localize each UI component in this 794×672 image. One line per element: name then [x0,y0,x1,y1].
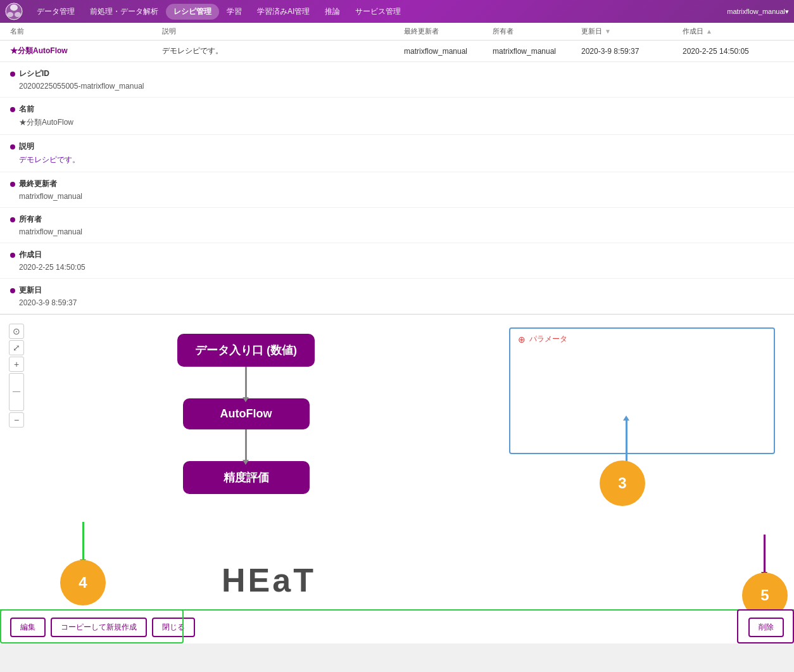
params-panel: ⊕ パラメータ [509,327,775,454]
detail-name: 名前 ★分類AutoFlow [0,98,794,135]
td-created-date: 2020-2-25 14:50:05 [683,47,784,56]
detail-updated-date: 更新日 2020-3-9 8:59:37 [0,279,794,314]
svg-point-3 [15,12,21,17]
params-close-icon[interactable]: ⊕ [518,334,526,345]
heat-text: HEaT [222,561,316,599]
zoom-fit-button[interactable]: ⤢ [9,340,24,355]
td-owner: matrixflow_manual [493,47,581,56]
dot-icon [10,217,15,222]
svg-point-1 [10,4,18,11]
th-owner: 所有者 [493,27,581,36]
td-updated-date: 2020-3-9 8:59:37 [581,47,683,56]
td-last-updater: matrixflow_manual [404,47,493,56]
nav-bar: データ管理 前処理・データ解析 レシピ管理 学習 学習済みAI管理 推論 サービ… [0,0,794,23]
dot-icon [10,107,15,112]
dot-icon [10,144,15,149]
updated-date-value: 2020-3-9 8:59:37 [10,298,784,307]
node-data-input[interactable]: データ入り口 (数値) [177,334,315,367]
created-date-value: 2020-2-25 14:50:05 [10,263,784,272]
th-created-date[interactable]: 作成日 ▲ [683,27,784,36]
svg-point-2 [7,12,13,17]
nav-item-trained-ai[interactable]: 学習済みAI管理 [249,4,317,20]
td-name: ★分類AutoFlow [10,46,162,56]
description-value: デモレシピです。 [10,155,784,165]
logo-icon [5,3,23,20]
name-value: ★分類AutoFlow [10,117,784,128]
bottom-toolbar: 編集 コーピーして新規作成 閉じる 削除 [0,609,794,643]
td-description: デモレシピです。 [162,46,404,56]
node-autoflow[interactable]: AutoFlow [183,398,310,429]
dot-icon [10,288,15,293]
flow-nodes: データ入り口 (数値) AutoFlow 精度評価 [177,334,315,494]
th-updated-date[interactable]: 更新日 ▼ [581,27,683,36]
last-updater-value: matrixflow_manual [10,192,784,201]
arrow-1 [245,367,247,398]
arrow-bubble-4 [82,522,84,560]
nav-item-inference[interactable]: 推論 [317,4,348,20]
arrow-bubble-3 [626,421,627,462]
copy-new-button[interactable]: コーピーして新規作成 [51,618,147,637]
owner-value: matrixflow_manual [10,227,784,236]
params-title: ⊕ パラメータ [518,334,766,345]
zoom-in-button[interactable]: + [9,357,24,372]
sort-icon-updated: ▼ [605,28,611,35]
arrow-bubble-5 [764,535,766,573]
zoom-slider[interactable]: │ [9,373,24,411]
dot-icon [10,182,15,187]
th-name: 名前 [10,27,162,36]
zoom-out-button[interactable]: − [9,412,24,428]
recipe-id-value: 20200225055005-matrixflow_manual [10,82,784,91]
bubble-3: 3 [600,460,645,506]
table-row[interactable]: ★分類AutoFlow デモレシピです。 matrixflow_manual m… [0,41,794,62]
nav-item-service[interactable]: サービス管理 [348,4,408,20]
nav-item-preprocess[interactable]: 前処理・データ解析 [82,4,166,20]
sort-icon-created: ▲ [706,28,712,35]
node-accuracy[interactable]: 精度評価 [183,461,310,494]
flow-canvas: ⊙ ⤢ + │ − データ入り口 (数値) AutoFlow 精度評価 ⊕ パラ… [0,314,794,643]
detail-panel: レシピID 20200225055005-matrixflow_manual 名… [0,62,794,314]
flow-controls: ⊙ ⤢ + │ − [9,324,24,428]
edit-button[interactable]: 編集 [10,618,46,637]
nav-items: データ管理 前処理・データ解析 レシピ管理 学習 学習済みAI管理 推論 サービ… [29,4,727,20]
action-buttons: 編集 コーピーして新規作成 閉じる [10,618,195,637]
arrow-2 [245,429,247,461]
zoom-reset-button[interactable]: ⊙ [9,324,24,339]
detail-last-updater: 最終更新者 matrixflow_manual [0,172,794,208]
nav-item-data[interactable]: データ管理 [29,4,82,20]
dot-icon [10,253,15,258]
close-button[interactable]: 閉じる [152,618,195,637]
dot-icon [10,72,15,77]
bubble-4: 4 [60,560,106,605]
detail-recipe-id: レシピID 20200225055005-matrixflow_manual [0,62,794,98]
delete-button[interactable]: 削除 [748,618,784,637]
nav-item-training[interactable]: 学習 [219,4,249,20]
detail-owner: 所有者 matrixflow_manual [0,208,794,243]
th-description: 説明 [162,27,404,36]
nav-user[interactable]: matrixflow_manual▾ [727,8,789,16]
th-last-updater: 最終更新者 [404,27,493,36]
detail-created-date: 作成日 2020-2-25 14:50:05 [0,243,794,279]
detail-description: 説明 デモレシピです。 [0,135,794,172]
nav-item-recipe[interactable]: レシピ管理 [166,4,219,20]
table-header: 名前 説明 最終更新者 所有者 更新日 ▼ 作成日 ▲ [0,23,794,41]
